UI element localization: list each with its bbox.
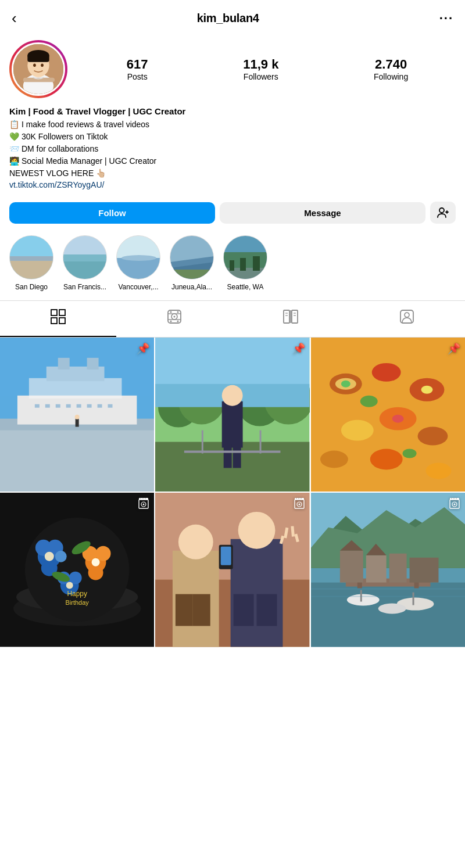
svg-rect-63 [66,404,71,408]
svg-rect-82 [233,445,241,468]
svg-rect-33 [59,318,65,324]
stat-posts[interactable]: 617 Posts [127,57,148,81]
post-image-1 [0,338,154,492]
message-button[interactable]: Message [220,202,425,224]
bio-line-1: 📋 I make food reviews & travel videos [9,119,456,131]
svg-rect-85 [260,431,262,454]
highlight-label-juneau: Juneua,Ala... [171,283,212,291]
svg-rect-77 [155,338,309,390]
grid-post-5[interactable] [155,493,309,647]
svg-rect-64 [77,404,81,408]
svg-rect-30 [51,310,57,315]
svg-rect-144 [221,547,231,565]
stat-following[interactable]: 2.740 Following [374,57,408,81]
highlight-vancouver[interactable]: Vancouver,... [116,235,160,291]
svg-point-40 [177,311,179,313]
svg-point-91 [341,420,374,441]
highlight-label-san-francisco: San Francis... [63,283,106,291]
svg-rect-31 [59,310,65,315]
more-options-button[interactable]: ··· [439,11,453,26]
posts-grid: 📌 📌 [0,338,465,647]
avatar [12,42,65,96]
add-friend-button[interactable] [430,202,456,224]
svg-rect-12 [10,259,53,279]
svg-point-181 [454,504,456,505]
bio-line-2: 💚 30K Followers on Tiktok [9,131,456,143]
svg-rect-166 [409,558,438,583]
svg-point-94 [320,451,348,468]
svg-point-93 [417,427,448,446]
back-button[interactable]: ‹ [12,9,17,27]
svg-rect-138 [193,594,210,626]
grid-post-2[interactable]: 📌 [155,338,309,492]
svg-point-100 [421,386,432,394]
post-image-5 [155,493,309,647]
svg-point-97 [360,396,377,407]
svg-point-19 [121,255,156,261]
highlight-thumb-vancouver [116,235,160,279]
svg-rect-163 [340,551,363,583]
svg-point-95 [370,449,402,470]
pin-icon-3: 📌 [448,342,460,355]
svg-rect-83 [184,451,281,453]
svg-point-101 [392,415,403,423]
grid-post-3[interactable]: 📌 [311,338,465,492]
svg-point-42 [177,321,179,322]
action-buttons: Follow Message [0,197,465,233]
tab-bar [0,301,465,338]
svg-rect-32 [51,318,57,324]
grid-post-6[interactable] [311,493,465,647]
tab-tagged[interactable] [349,301,465,337]
svg-point-80 [222,385,243,406]
avatar-wrapper[interactable] [9,40,67,98]
svg-point-89 [371,363,400,382]
svg-point-111 [45,552,54,561]
svg-rect-18 [117,258,160,279]
post-image-2 [155,338,309,492]
svg-rect-28 [240,258,246,271]
post-image-6 [311,493,465,647]
highlight-thumb-seattle [223,235,267,279]
svg-rect-175 [311,596,465,597]
posts-label: Posts [127,72,148,81]
collab-icon [283,309,298,328]
tab-reels[interactable] [116,301,233,337]
svg-point-41 [170,321,172,322]
svg-rect-72 [155,442,309,492]
tab-collab[interactable] [233,301,349,337]
grid-post-4[interactable]: Happy Birthday [0,493,154,647]
svg-point-51 [405,313,409,317]
highlight-thumb-juneau [170,235,214,279]
svg-point-36 [174,316,176,318]
svg-rect-172 [412,593,414,605]
highlight-thumb-san-francisco [63,235,107,279]
pin-icon-1: 📌 [137,342,149,355]
follow-button[interactable]: Follow [9,202,215,224]
tab-grid[interactable] [0,301,116,337]
svg-rect-27 [230,260,234,271]
svg-point-136 [178,525,213,559]
stat-followers[interactable]: 11,9 k Followers [243,57,278,81]
svg-point-154 [298,504,300,505]
svg-point-69 [75,415,80,419]
highlight-seattle[interactable]: Seattle, WA [223,235,267,291]
pin-icon-2: 📌 [292,342,305,355]
bio-line-3: 📨 DM for collaborations [9,143,456,155]
bio-display-name: Kim | Food & Travel Vlogger | UGC Creato… [9,106,456,116]
bio-link[interactable]: vt.tiktok.com/ZSRYoygAU/ [9,180,104,189]
highlight-juneau[interactable]: Juneua,Ala... [170,235,214,291]
post-image-3 [311,338,465,492]
svg-rect-67 [108,404,113,408]
highlight-san-diego[interactable]: San Diego [9,235,53,291]
svg-rect-170 [360,590,362,602]
following-count: 2.740 [374,57,408,72]
svg-rect-79 [222,401,243,448]
bio-line-4: 🧑‍💻 Social Media Manager | UGC Creator [9,155,456,167]
reel-icon-6 [449,497,460,512]
grid-post-1[interactable]: 📌 [0,338,154,492]
svg-point-105 [25,518,130,622]
highlight-label-san-diego: San Diego [15,283,48,291]
highlight-san-francisco[interactable]: San Francis... [63,235,107,291]
highlight-thumb-san-diego [9,235,53,279]
svg-rect-60 [35,404,40,408]
